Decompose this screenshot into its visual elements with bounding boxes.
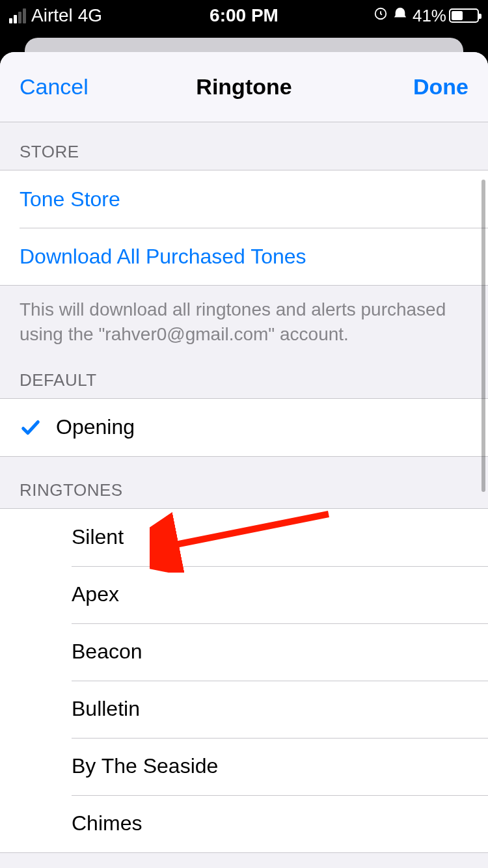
tone-store-link[interactable]: Tone Store xyxy=(0,170,488,228)
page-title: Ringtone xyxy=(196,74,291,100)
cancel-button[interactable]: Cancel xyxy=(20,74,88,100)
default-ringtone-label: Opening xyxy=(56,415,135,439)
default-ringtone-row[interactable]: Opening xyxy=(0,399,488,456)
scroll-indicator[interactable] xyxy=(481,180,485,492)
ringtone-row-bytheseaside[interactable]: By The Seaside xyxy=(0,738,488,795)
ringtone-label: Silent xyxy=(72,525,124,549)
download-all-label: Download All Purchased Tones xyxy=(20,245,306,269)
nav-bar: Cancel Ringtone Done xyxy=(0,52,488,122)
tone-store-label: Tone Store xyxy=(20,187,120,211)
ringtones-group: Silent Apex Beacon Bulletin By The Seasi… xyxy=(0,508,488,853)
section-header-default: DEFAULT xyxy=(0,347,488,398)
network-type: 4G xyxy=(78,5,102,26)
checkmark-icon xyxy=(20,416,56,439)
ringtone-row-silent[interactable]: Silent xyxy=(0,509,488,566)
section-header-store: STORE xyxy=(0,122,488,170)
ringtone-label: Apex xyxy=(72,582,119,606)
ringtone-sheet: Cancel Ringtone Done STORE Tone Store Do… xyxy=(0,52,488,868)
store-group: Tone Store Download All Purchased Tones xyxy=(0,170,488,286)
ringtone-row-apex[interactable]: Apex xyxy=(0,566,488,623)
signal-icon xyxy=(9,8,26,23)
alarm-icon xyxy=(393,7,407,25)
download-all-link[interactable]: Download All Purchased Tones xyxy=(0,228,488,285)
download-footer-text: This will download all ringtones and ale… xyxy=(0,286,488,347)
done-button[interactable]: Done xyxy=(413,74,468,100)
ringtone-label: Chimes xyxy=(72,811,142,835)
rotation-lock-icon xyxy=(373,7,388,25)
ringtone-row-chimes[interactable]: Chimes xyxy=(0,795,488,852)
status-bar: Airtel 4G 6:00 PM 41% xyxy=(0,0,488,31)
default-group: Opening xyxy=(0,398,488,457)
ringtone-label: Bulletin xyxy=(72,697,140,721)
ringtone-label: By The Seaside xyxy=(72,754,218,778)
section-header-ringtones: RINGTONES xyxy=(0,457,488,508)
carrier-label: Airtel xyxy=(31,5,73,26)
battery-percent: 41% xyxy=(413,6,446,26)
ringtone-row-beacon[interactable]: Beacon xyxy=(0,623,488,681)
clock-time: 6:00 PM xyxy=(210,5,278,26)
scroll-content[interactable]: STORE Tone Store Download All Purchased … xyxy=(0,122,488,868)
ringtone-label: Beacon xyxy=(72,640,142,664)
battery-icon xyxy=(449,8,479,23)
ringtone-row-bulletin[interactable]: Bulletin xyxy=(0,681,488,738)
